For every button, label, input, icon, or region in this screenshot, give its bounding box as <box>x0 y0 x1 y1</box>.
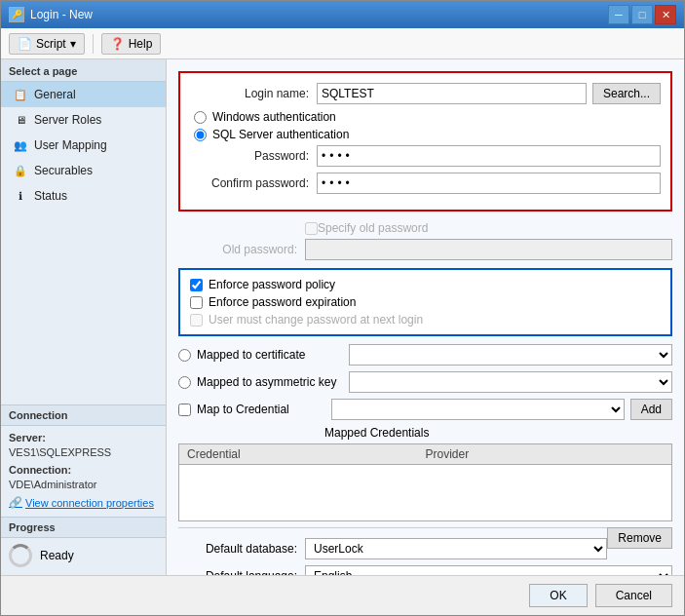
default-lang-select[interactable]: English Français Deutsch <box>305 565 672 575</box>
content-area: Login name: Search... Windows authentica… <box>167 59 684 575</box>
connection-label-text: Connection: <box>9 464 158 476</box>
cancel-button[interactable]: Cancel <box>595 584 672 607</box>
map-credential-row: Map to Credential Add <box>178 399 672 420</box>
default-db-label: Default database: <box>178 542 305 556</box>
help-label: Help <box>129 37 153 51</box>
enforce-expiration-checkbox[interactable] <box>190 296 203 309</box>
enforce-expiration-label: Enforce password expiration <box>209 295 356 309</box>
old-password-input[interactable] <box>305 239 672 260</box>
progress-status: Ready <box>9 544 158 567</box>
sidebar-item-status[interactable]: ℹ Status <box>1 183 166 209</box>
sidebar-item-user-mapping-label: User Mapping <box>34 138 107 152</box>
windows-auth-row: Windows authentication <box>194 110 661 124</box>
script-icon: 📄 <box>18 37 32 51</box>
sidebar-item-server-roles[interactable]: 🖥 Server Roles <box>1 107 166 133</box>
confirm-password-input[interactable] <box>317 173 661 194</box>
sql-auth-row: SQL Server authentication <box>194 128 661 141</box>
sql-auth-label: SQL Server authentication <box>212 128 349 141</box>
windows-auth-label: Windows authentication <box>212 110 336 124</box>
login-name-label: Login name: <box>190 87 317 100</box>
toolbar-divider <box>93 34 94 54</box>
sql-auth-radio[interactable] <box>194 129 207 141</box>
map-credential-label: Map to Credential <box>197 403 331 416</box>
remove-button[interactable]: Remove <box>607 527 672 549</box>
connection-label: Connection: <box>9 464 71 476</box>
confirm-password-label: Confirm password: <box>190 176 317 190</box>
close-button[interactable]: ✕ <box>655 5 676 24</box>
window-icon: 🔑 <box>9 7 24 22</box>
specify-old-pwd-row: Specify old password <box>305 221 672 235</box>
mapped-cert-label: Mapped to certificate <box>197 348 343 362</box>
view-connection-label: View connection properties <box>25 497 154 509</box>
password-row: Password: <box>190 145 661 167</box>
general-icon: 📋 <box>13 87 28 102</box>
server-label-text: Server: <box>9 432 46 443</box>
user-mapping-icon: 👥 <box>13 137 28 153</box>
minimize-button[interactable]: ─ <box>608 5 629 24</box>
server-roles-icon: 🖥 <box>13 112 28 128</box>
server-label: Server: <box>9 432 158 443</box>
sidebar-item-securables-label: Securables <box>34 164 93 177</box>
toolbar: 📄 Script ▾ ❓ Help <box>1 28 684 59</box>
old-password-row: Old password: <box>178 239 672 260</box>
mapped-cert-radio[interactable] <box>178 349 191 362</box>
credential-table: Credential Provider <box>178 443 672 521</box>
bottom-section: Default database: UserLock master tempdb… <box>178 527 672 575</box>
connection-value: VDE\Administrator <box>9 479 158 490</box>
sidebar-item-general[interactable]: 📋 General <box>1 82 166 107</box>
map-credential-select[interactable] <box>331 399 625 420</box>
login-auth-section: Login name: Search... Windows authentica… <box>178 71 672 212</box>
connection-header: Connection <box>1 405 166 426</box>
view-connection-link[interactable]: 🔗 View connection properties <box>9 496 158 509</box>
specify-old-password-label: Specify old password <box>318 221 428 235</box>
user-must-change-label: User must change password at next login <box>209 313 423 327</box>
default-lang-row: Default language: English Français Deuts… <box>178 565 672 575</box>
old-password-label: Old password: <box>178 243 305 256</box>
status-icon: ℹ <box>13 188 28 204</box>
search-button[interactable]: Search... <box>592 83 661 104</box>
main-window: 🔑 Login - New ─ □ ✕ 📄 Script ▾ ❓ Help Se… <box>0 0 685 616</box>
sidebar: Select a page 📋 General 🖥 Server Roles 👥… <box>1 59 167 575</box>
enforce-policy-checkbox[interactable] <box>190 279 203 291</box>
footer: OK Cancel <box>1 575 684 615</box>
credential-col-header: Credential <box>187 447 426 461</box>
default-db-select[interactable]: UserLock master tempdb <box>305 538 607 559</box>
enforce-policy-row: Enforce password policy <box>190 278 661 291</box>
password-input[interactable] <box>317 145 661 167</box>
mapped-asym-label: Mapped to asymmetric key <box>197 375 343 389</box>
securables-icon: 🔒 <box>13 163 28 178</box>
password-policy-section: Enforce password policy Enforce password… <box>178 268 672 336</box>
sidebar-item-server-roles-label: Server Roles <box>34 113 101 127</box>
connection-section: Connection Server: VES1\SQLEXPRESS Conne… <box>1 404 166 517</box>
login-name-row: Login name: Search... <box>190 83 661 104</box>
mapped-cert-select[interactable] <box>349 344 672 366</box>
specify-old-password-checkbox[interactable] <box>305 222 318 235</box>
mapped-asym-select[interactable] <box>349 371 672 393</box>
default-db-row: Default database: UserLock master tempdb <box>178 538 607 559</box>
select-page-label: Select a page <box>1 59 166 82</box>
script-button[interactable]: 📄 Script ▾ <box>9 33 85 55</box>
maximize-button[interactable]: □ <box>631 5 653 24</box>
mapped-cred-label: Mapped Credentials <box>324 426 429 440</box>
map-credential-checkbox[interactable] <box>178 404 191 416</box>
sidebar-item-user-mapping[interactable]: 👥 User Mapping <box>1 133 166 158</box>
progress-header: Progress <box>1 518 166 538</box>
windows-auth-radio[interactable] <box>194 111 207 124</box>
progress-text: Ready <box>40 549 74 562</box>
main-layout: Select a page 📋 General 🖥 Server Roles 👥… <box>1 59 684 575</box>
progress-section: Progress Ready <box>1 517 166 575</box>
login-name-input[interactable] <box>317 83 587 104</box>
mapped-asym-radio[interactable] <box>178 376 191 389</box>
credential-table-header: Credential Provider <box>179 444 671 465</box>
sidebar-item-securables[interactable]: 🔒 Securables <box>1 158 166 183</box>
sidebar-item-status-label: Status <box>34 189 67 203</box>
user-must-change-checkbox[interactable] <box>190 314 203 327</box>
provider-col-header: Provider <box>426 447 665 461</box>
enforce-policy-label: Enforce password policy <box>209 278 335 291</box>
script-label: Script <box>36 37 66 51</box>
title-bar-left: 🔑 Login - New <box>9 7 93 22</box>
help-button[interactable]: ❓ Help <box>101 33 162 55</box>
ok-button[interactable]: OK <box>529 584 587 607</box>
server-value: VES1\SQLEXPRESS <box>9 446 158 458</box>
add-credential-button[interactable]: Add <box>630 399 672 420</box>
